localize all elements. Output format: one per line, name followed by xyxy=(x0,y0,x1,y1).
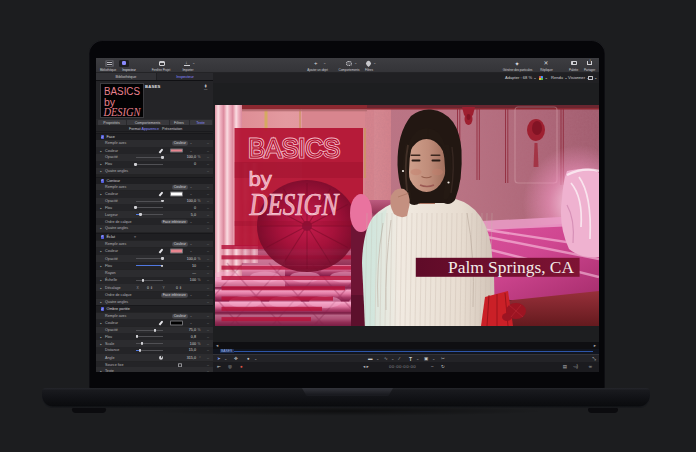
svg-text:Palm Springs, CA: Palm Springs, CA xyxy=(448,257,574,277)
svg-text:DESIGN: DESIGN xyxy=(249,187,341,222)
svg-text:DESIGN: DESIGN xyxy=(103,104,142,117)
svg-text:BASICS: BASICS xyxy=(248,133,340,163)
svg-text:BASICS: BASICS xyxy=(104,85,140,96)
